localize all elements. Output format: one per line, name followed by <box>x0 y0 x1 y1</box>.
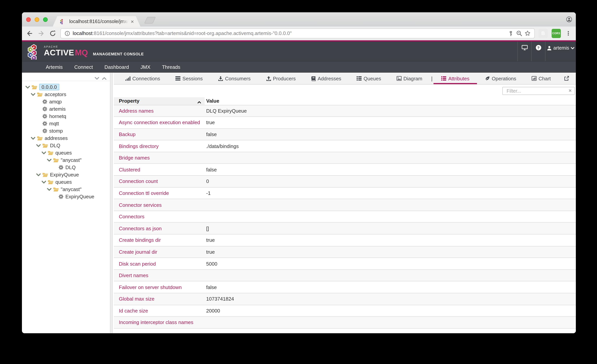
property-link[interactable]: Backup <box>114 128 205 140</box>
tree-item-mqtt[interactable]: mqtt <box>22 120 110 127</box>
tree-label[interactable]: ExpiryQueue <box>65 194 94 200</box>
extension-cors-icon[interactable]: CORS <box>552 29 561 38</box>
tree-item-0-0-0-0[interactable]: 0.0.0.0 <box>22 83 110 91</box>
info-icon[interactable] <box>65 31 70 36</box>
tree-label[interactable]: addresses <box>45 135 68 141</box>
tree-item-artemis[interactable]: artemis <box>22 105 110 113</box>
tree-label[interactable]: hornetq <box>49 113 66 119</box>
back-button[interactable] <box>26 29 33 37</box>
close-window-button[interactable] <box>26 17 31 22</box>
fullscreen-button[interactable] <box>575 73 576 84</box>
property-link[interactable]: Id cache size <box>114 305 205 317</box>
nav-item-threads[interactable]: Threads <box>156 64 186 70</box>
nav-item-connect[interactable]: Connect <box>69 64 99 70</box>
property-link[interactable]: Divert names <box>114 270 205 281</box>
tree-label[interactable]: ExpiryQueue <box>50 172 79 178</box>
tree-chevron-icon[interactable] <box>47 188 52 191</box>
tab-connections[interactable]: Connections <box>118 73 168 84</box>
tree-chevron-icon[interactable] <box>36 173 41 176</box>
tree-label[interactable]: DLQ <box>50 143 60 148</box>
tab-operations[interactable]: Operations <box>477 73 524 84</box>
tab-producers[interactable]: Producers <box>258 73 304 84</box>
browser-menu-icon[interactable]: ⋮ <box>565 30 572 37</box>
tree-item-stomp[interactable]: stomp <box>22 127 110 134</box>
tab-close-icon[interactable]: × <box>131 19 134 24</box>
tree-item-expiry-anycast[interactable]: "anycast" <box>22 186 110 193</box>
tree-chevron-icon[interactable] <box>47 159 52 162</box>
profile-icon[interactable] <box>566 16 572 23</box>
property-link[interactable]: Bindings directory <box>114 140 205 152</box>
tab-diagram[interactable]: Diagram <box>389 73 430 84</box>
tree-item-dlq-anycast[interactable]: "anycast" <box>22 156 110 164</box>
bookmark-star-icon[interactable] <box>525 30 530 36</box>
tree-chevron-icon[interactable] <box>31 137 35 140</box>
property-link[interactable]: Connector services <box>114 199 205 211</box>
tree-label[interactable]: 0.0.0.0 <box>39 84 59 90</box>
tree-chevron-icon[interactable] <box>41 151 46 154</box>
tree-label[interactable]: artemis <box>49 106 66 112</box>
tab-queues[interactable]: Queues <box>349 73 389 84</box>
tree-item-amqp[interactable]: amqp <box>22 98 110 105</box>
tree-item-dlq-address[interactable]: DLQ <box>22 142 110 149</box>
tab-chart[interactable]: Chart <box>524 73 558 84</box>
tree-label[interactable]: amqp <box>49 99 62 105</box>
property-link[interactable]: Async connection execution enabled <box>114 117 205 128</box>
tree-item-hornetq[interactable]: hornetq <box>22 113 110 120</box>
tab-addresses[interactable]: Addresses <box>304 73 349 84</box>
tree-item-dlq-queue[interactable]: DLQ <box>22 164 110 171</box>
minimize-window-button[interactable] <box>35 17 39 22</box>
share-button[interactable] <box>558 73 575 84</box>
user-menu[interactable]: artemis <box>545 41 576 61</box>
property-link[interactable]: Global max size <box>114 293 205 305</box>
tree-label[interactable]: "anycast" <box>61 186 82 192</box>
tree-scrollbar[interactable] <box>110 73 113 333</box>
console-monitor-button[interactable] <box>517 41 531 61</box>
property-link[interactable]: Create bindings dir <box>114 234 205 246</box>
tree-item-expiryqueue-queue[interactable]: ExpiryQueue <box>22 193 110 200</box>
property-link[interactable]: Address names <box>114 105 205 117</box>
help-button[interactable]: ? <box>531 41 545 61</box>
tab-sessions[interactable]: Sessions <box>168 73 211 84</box>
property-link[interactable]: Clustered <box>114 164 205 176</box>
collapse-all-button[interactable] <box>102 75 107 81</box>
tree-chevron-icon[interactable] <box>36 144 41 147</box>
property-link[interactable]: Failover on server shutdown <box>114 281 205 293</box>
tab-consumers[interactable]: Consumers <box>210 73 258 84</box>
tree-label[interactable]: mqtt <box>49 121 59 126</box>
tab-attributes[interactable]: Attributes <box>434 73 477 84</box>
tree-chevron-icon[interactable] <box>41 180 46 184</box>
tree-item-expiryqueue-address[interactable]: ExpiryQueue <box>22 171 110 178</box>
filter-input[interactable] <box>502 87 575 95</box>
tree-chevron-icon[interactable] <box>25 85 30 89</box>
extension-b-icon[interactable]: B <box>539 29 548 38</box>
tree-label[interactable]: queues <box>55 179 72 185</box>
tree-label[interactable]: queues <box>55 150 72 156</box>
nav-item-artemis[interactable]: Artemis <box>40 64 69 70</box>
password-key-icon[interactable] <box>508 31 513 36</box>
property-link[interactable]: Connectors <box>114 211 205 223</box>
browser-tab[interactable]: localhost:8161/console/jmx/at × <box>53 16 140 27</box>
tree-item-expiry-queues[interactable]: queues <box>22 178 110 186</box>
tree-label[interactable]: acceptors <box>45 92 66 97</box>
property-link[interactable]: Incoming interceptor class names <box>114 317 205 328</box>
address-bar[interactable]: localhost:8161/console/jmx/attributes?ta… <box>60 28 535 38</box>
tree-item-acceptors[interactable]: acceptors <box>22 91 110 98</box>
sort-ascending-icon[interactable] <box>197 99 201 105</box>
tree-label[interactable]: DLQ <box>65 164 76 170</box>
zoom-out-icon[interactable] <box>516 30 522 36</box>
nav-item-jmx[interactable]: JMX <box>135 64 156 70</box>
column-header-property[interactable]: Property <box>114 97 205 105</box>
tree-label[interactable]: stomp <box>49 128 63 134</box>
property-link[interactable]: Connection ttl override <box>114 187 205 199</box>
tree-label[interactable]: "anycast" <box>61 157 82 163</box>
filter-clear-icon[interactable]: × <box>569 88 572 93</box>
property-link[interactable]: Connection count <box>114 176 205 187</box>
nav-item-dashboard[interactable]: Dashboard <box>99 64 135 70</box>
column-header-value[interactable]: Value <box>205 97 576 105</box>
new-tab-button[interactable] <box>144 17 156 23</box>
expand-all-button[interactable] <box>95 75 99 81</box>
property-link[interactable]: Connectors as json <box>114 223 205 234</box>
forward-button[interactable] <box>37 29 45 37</box>
reload-button[interactable] <box>49 29 56 37</box>
property-link[interactable]: Create journal dir <box>114 246 205 258</box>
